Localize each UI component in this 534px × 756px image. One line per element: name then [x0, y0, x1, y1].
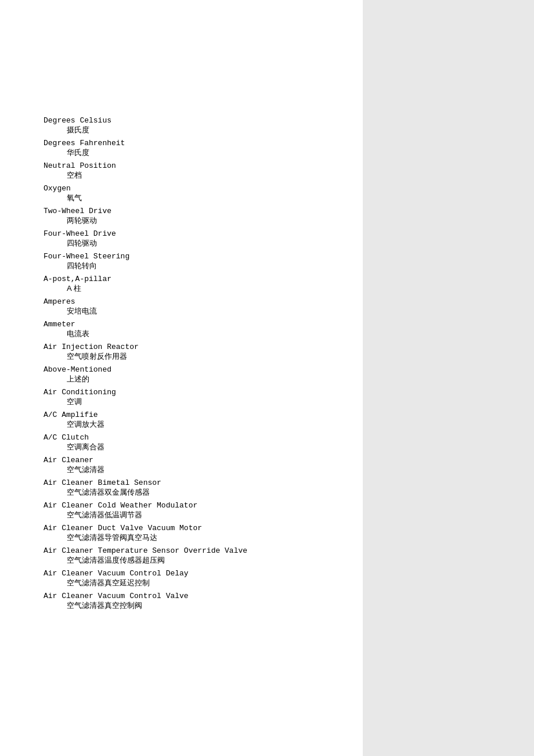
- entry-chinese-text: 空气滤清器温度传感器超压阀: [44, 555, 363, 566]
- entry-chinese-text: 空档: [44, 170, 363, 181]
- entry-chinese-text: 两轮驱动: [44, 215, 363, 226]
- entry-chinese-text: 华氏度: [44, 147, 363, 158]
- list-item: Degrees Celsius摄氏度: [44, 116, 363, 135]
- list-item: Air Cleaner Cold Weather Modulator空气滤清器低…: [44, 501, 363, 520]
- list-item: Air Cleaner空气滤清器: [44, 456, 363, 475]
- entry-english-text: Above-Mentioned: [44, 365, 363, 374]
- entry-chinese-text: 电流表: [44, 329, 363, 339]
- entry-english-text: Air Cleaner Duct Valve Vacuum Motor: [44, 524, 363, 532]
- entry-english-text: A/C Clutch: [44, 433, 363, 442]
- list-item: Air Conditioning空调: [44, 388, 363, 407]
- entry-english-text: Amperes: [44, 297, 363, 306]
- entry-chinese-text: A 柱: [44, 283, 363, 294]
- entry-chinese-text: 空调: [44, 397, 363, 407]
- list-item: Neutral Position空档: [44, 161, 363, 181]
- list-item: A/C Amplifie空调放大器: [44, 411, 363, 430]
- entry-english-text: Four-Wheel Drive: [44, 229, 363, 238]
- list-item: A-post,A-pillarA 柱: [44, 275, 363, 294]
- list-item: Air Cleaner Vacuum Control Delay空气滤清器真空延…: [44, 569, 363, 588]
- entry-english-text: Air Cleaner Vacuum Control Delay: [44, 569, 363, 578]
- list-item: Amperes安培电流: [44, 297, 363, 316]
- list-item: A/C Clutch空调离合器: [44, 433, 363, 452]
- entry-english-text: Neutral Position: [44, 161, 363, 170]
- entry-english-text: Two-Wheel Drive: [44, 207, 363, 215]
- entry-english-text: Air Conditioning: [44, 388, 363, 397]
- entry-english-text: Air Cleaner Cold Weather Modulator: [44, 501, 363, 510]
- entry-english-text: Four-Wheel Steering: [44, 252, 363, 261]
- list-item: Two-Wheel Drive两轮驱动: [44, 207, 363, 226]
- entry-chinese-text: 四轮转向: [44, 261, 363, 271]
- entry-chinese-text: 空调离合器: [44, 442, 363, 452]
- entry-chinese-text: 空气滤清器真空控制阀: [44, 600, 363, 611]
- entry-chinese-text: 氧气: [44, 193, 363, 203]
- entry-chinese-text: 空气滤清器导管阀真空马达: [44, 532, 363, 543]
- entry-english-text: Air Injection Reactor: [44, 343, 363, 351]
- list-item: Above-Mentioned上述的: [44, 365, 363, 384]
- entry-chinese-text: 空气滤清器真空延迟控制: [44, 578, 363, 588]
- entry-chinese-text: 上述的: [44, 374, 363, 384]
- entry-english-text: Oxygen: [44, 184, 363, 193]
- list-item: Four-Wheel Drive四轮驱动: [44, 229, 363, 249]
- entry-chinese-text: 摄氏度: [44, 125, 363, 135]
- entry-chinese-text: 空气喷射反作用器: [44, 351, 363, 362]
- list-item: Air Cleaner Bimetal Sensor空气滤清器双金属传感器: [44, 478, 363, 498]
- entry-chinese-text: 四轮驱动: [44, 238, 363, 249]
- entry-chinese-text: 空气滤清器低温调节器: [44, 510, 363, 520]
- list-item: Four-Wheel Steering四轮转向: [44, 252, 363, 271]
- list-item: Air Injection Reactor空气喷射反作用器: [44, 343, 363, 362]
- entry-english-text: Degrees Fahrenheit: [44, 139, 363, 147]
- entry-english-text: Air Cleaner Vacuum Control Valve: [44, 592, 363, 600]
- entry-english-text: A-post,A-pillar: [44, 275, 363, 283]
- list-item: Ammeter电流表: [44, 320, 363, 339]
- entries-container: Degrees Celsius摄氏度Degrees Fahrenheit华氏度N…: [44, 116, 363, 611]
- entry-english-text: Degrees Celsius: [44, 116, 363, 125]
- entry-english-text: Air Cleaner: [44, 456, 363, 465]
- list-item: Air Cleaner Temperature Sensor Override …: [44, 546, 363, 566]
- list-item: Air Cleaner Duct Valve Vacuum Motor空气滤清器…: [44, 524, 363, 543]
- entry-english-text: A/C Amplifie: [44, 411, 363, 419]
- page-container: Degrees Celsius摄氏度Degrees Fahrenheit华氏度N…: [0, 0, 534, 756]
- entry-chinese-text: 安培电流: [44, 306, 363, 316]
- entry-chinese-text: 空气滤清器: [44, 465, 363, 475]
- entry-english-text: Air Cleaner Bimetal Sensor: [44, 478, 363, 487]
- entry-english-text: Ammeter: [44, 320, 363, 329]
- entry-english-text: Air Cleaner Temperature Sensor Override …: [44, 546, 363, 555]
- entry-chinese-text: 空气滤清器双金属传感器: [44, 487, 363, 498]
- sidebar: [363, 0, 534, 756]
- list-item: Degrees Fahrenheit华氏度: [44, 139, 363, 158]
- content-area: Degrees Celsius摄氏度Degrees Fahrenheit华氏度N…: [0, 0, 363, 756]
- list-item: Air Cleaner Vacuum Control Valve空气滤清器真空控…: [44, 592, 363, 611]
- list-item: Oxygen氧气: [44, 184, 363, 203]
- entry-chinese-text: 空调放大器: [44, 419, 363, 430]
